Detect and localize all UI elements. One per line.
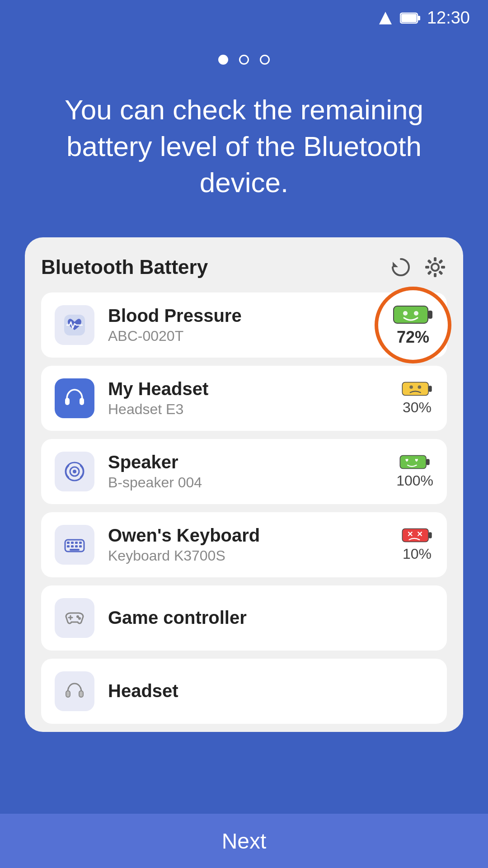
svg-rect-42 <box>402 529 428 542</box>
device-item-keyboard[interactable]: Owen's Keyboard Keyboard K3700S 10% <box>41 512 447 577</box>
battery-face-100-icon <box>399 453 431 471</box>
svg-rect-12 <box>425 266 429 269</box>
dot-2[interactable] <box>239 55 249 65</box>
svg-rect-7 <box>438 259 443 264</box>
device-item-speaker[interactable]: Speaker B-speaker 004 100% <box>41 439 447 504</box>
bluetooth-battery-card: Bluetooth Battery <box>25 237 463 732</box>
keyboard-pct: 10% <box>403 546 432 562</box>
svg-rect-13 <box>427 259 432 264</box>
battery-highlight-circle: 72% <box>375 287 451 363</box>
status-icons: 12:30 <box>377 8 470 28</box>
svg-rect-21 <box>65 398 70 405</box>
svg-point-29 <box>73 470 76 473</box>
battery-face-30-icon <box>401 380 433 397</box>
speaker-model: B-speaker 004 <box>108 474 387 491</box>
device-list: Blood Pressure ABC-0020T 72% <box>41 292 447 732</box>
headset2-info: Headset <box>108 681 433 701</box>
svg-rect-34 <box>71 542 74 544</box>
keyboard-info: Owen's Keyboard Keyboard K3700S <box>108 525 392 564</box>
headset2-icon <box>62 679 87 703</box>
svg-rect-24 <box>428 386 432 392</box>
svg-rect-11 <box>427 270 432 275</box>
svg-point-25 <box>409 386 413 389</box>
gamepad-icon <box>62 606 87 630</box>
svg-rect-2 <box>418 16 420 20</box>
blood-pressure-icon-wrap <box>55 305 94 345</box>
svg-rect-38 <box>71 545 74 547</box>
svg-rect-18 <box>428 311 432 319</box>
card-title: Bluetooth Battery <box>41 256 208 278</box>
my-headset-info: My Headset Headset E3 <box>108 379 392 418</box>
svg-point-20 <box>414 311 418 316</box>
heart-monitor-icon <box>62 313 87 337</box>
battery-status-icon <box>400 11 421 25</box>
svg-point-26 <box>418 386 422 389</box>
svg-rect-53 <box>79 691 83 697</box>
svg-rect-10 <box>434 273 436 277</box>
svg-rect-43 <box>428 532 432 538</box>
keyboard-battery: 10% <box>401 527 433 562</box>
device-item-headset2[interactable]: Headset <box>41 659 447 724</box>
gamepad-icon-wrap <box>55 598 94 638</box>
svg-rect-40 <box>79 545 82 547</box>
dot-3[interactable] <box>260 55 270 65</box>
device-item-headset[interactable]: My Headset Headset E3 30% <box>41 366 447 431</box>
svg-rect-8 <box>441 266 445 269</box>
gamepad-info: Game controller <box>108 608 433 628</box>
pagination-dots <box>0 55 488 65</box>
svg-rect-36 <box>79 542 82 544</box>
my-headset-pct: 30% <box>403 399 432 416</box>
svg-rect-22 <box>80 398 84 405</box>
dot-1[interactable] <box>218 55 228 65</box>
svg-rect-33 <box>67 542 70 544</box>
svg-rect-9 <box>438 270 443 275</box>
headset2-name: Headset <box>108 681 433 701</box>
svg-point-51 <box>78 617 81 620</box>
my-headset-name: My Headset <box>108 379 392 399</box>
battery-highlight-pct: 72% <box>397 328 429 347</box>
speaker-icon-wrap <box>55 452 94 491</box>
signal-icon <box>377 10 394 26</box>
speaker-icon <box>62 459 87 484</box>
speaker-battery: 100% <box>396 453 433 489</box>
device-item-blood-pressure[interactable]: Blood Pressure ABC-0020T 72% <box>41 292 447 358</box>
svg-rect-41 <box>70 549 80 551</box>
svg-rect-35 <box>75 542 78 544</box>
keyboard-icon <box>62 533 87 557</box>
headset-icon <box>62 386 87 410</box>
card-header: Bluetooth Battery <box>41 255 447 279</box>
keyboard-name: Owen's Keyboard <box>108 525 392 546</box>
next-button[interactable]: Next <box>0 814 488 868</box>
status-bar: 12:30 <box>0 0 488 28</box>
main-heading: You can check the remaining battery leve… <box>0 65 488 201</box>
svg-marker-0 <box>379 12 392 24</box>
svg-rect-3 <box>401 14 417 22</box>
headset2-icon-wrap <box>55 671 94 711</box>
gamepad-name: Game controller <box>108 608 433 628</box>
device-item-gamepad[interactable]: Game controller <box>41 585 447 651</box>
refresh-icon <box>389 255 413 279</box>
svg-point-19 <box>403 311 408 316</box>
settings-icon <box>423 255 447 279</box>
speaker-pct: 100% <box>396 472 433 489</box>
svg-rect-37 <box>67 545 70 547</box>
next-label: Next <box>222 829 267 854</box>
keyboard-icon-wrap <box>55 525 94 565</box>
my-headset-battery: 30% <box>401 380 433 416</box>
battery-face-72-icon <box>393 303 433 326</box>
settings-button[interactable] <box>423 255 447 279</box>
svg-rect-39 <box>75 545 78 547</box>
card-action-icons <box>389 255 447 279</box>
svg-marker-4 <box>393 262 398 267</box>
time-display: 12:30 <box>427 8 470 28</box>
headset-icon-wrap <box>55 378 94 418</box>
speaker-info: Speaker B-speaker 004 <box>108 452 387 491</box>
battery-face-10-icon <box>401 527 433 544</box>
my-headset-model: Headset E3 <box>108 401 392 418</box>
svg-rect-52 <box>66 691 70 697</box>
svg-rect-23 <box>402 382 428 396</box>
svg-rect-31 <box>426 459 430 465</box>
svg-rect-6 <box>434 257 436 261</box>
keyboard-model: Keyboard K3700S <box>108 547 392 564</box>
refresh-button[interactable] <box>389 255 413 279</box>
